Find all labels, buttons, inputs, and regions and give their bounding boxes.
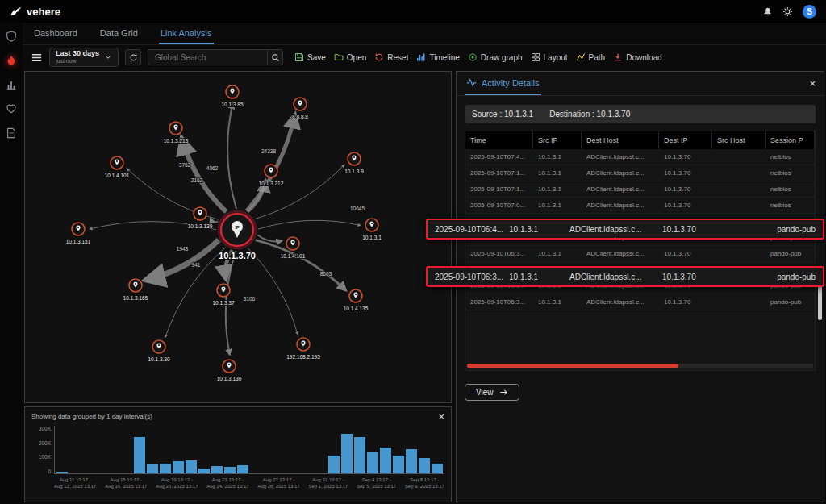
save-icon xyxy=(294,52,304,62)
node-label: 10.1.3.1 xyxy=(362,235,382,240)
cell-session: netbios xyxy=(766,149,815,165)
arrow-right-icon xyxy=(499,388,508,397)
save-button[interactable]: Save xyxy=(294,52,326,62)
tab-data-grid[interactable]: Data Grid xyxy=(98,23,140,44)
column-header[interactable]: Session P xyxy=(766,131,815,149)
path-button[interactable]: Path xyxy=(576,52,606,62)
node-label: 10.1.4.101 xyxy=(281,253,306,259)
x-tick-label: Aug 27 13:17 -Aug 28, 2025 13:17 xyxy=(257,477,299,489)
activity-close-icon[interactable]: × xyxy=(809,78,816,89)
search-button[interactable] xyxy=(267,49,283,65)
table-row[interactable]: 2025-09-10T07:1...10.1.3.1ADClient.ldaps… xyxy=(465,181,815,198)
timeline-bar xyxy=(186,460,197,473)
graph-node[interactable]: 192.168.2.195 xyxy=(286,338,320,360)
column-header[interactable]: Time xyxy=(465,131,533,149)
timeline-button[interactable]: Timeline xyxy=(416,52,459,62)
toolbar: Last 30 days just now SaveOpenResetTimel… xyxy=(23,45,826,69)
settings-gear-icon[interactable] xyxy=(782,6,793,17)
column-header[interactable]: Dest IP xyxy=(659,131,712,149)
graph-center-node[interactable]: IP10.1.3.70 xyxy=(219,211,256,260)
tab-link-analysis[interactable]: Link Analysis xyxy=(159,23,214,44)
brand-logo[interactable]: vehere xyxy=(10,6,60,18)
timeline-bar xyxy=(160,464,171,473)
edge-label: 2162 xyxy=(191,177,203,183)
timeline-close-icon[interactable]: × xyxy=(438,411,444,422)
activity-details-tab[interactable]: Activity Details xyxy=(465,72,541,95)
graph-node[interactable]: 10.1.4.135 xyxy=(344,289,369,311)
table-row[interactable]: 2025-09-10T07:1...10.1.3.1ADClient.ldaps… xyxy=(465,165,815,181)
graph-node[interactable]: 8.8.8.8 xyxy=(292,98,308,119)
graph-node[interactable]: 10.1.3.165 xyxy=(123,279,148,301)
graph-node[interactable]: 10.1.3.30 xyxy=(148,340,169,362)
edge-label: 941 xyxy=(192,262,201,268)
node-label: 192.168.2.195 xyxy=(286,354,320,360)
document-icon[interactable] xyxy=(6,127,17,139)
horizontal-scrollbar-thumb[interactable] xyxy=(467,364,678,368)
node-label: 10.1.3.130 xyxy=(217,376,242,381)
download-icon xyxy=(613,52,623,62)
node-label: 8.8.8.8 xyxy=(292,114,308,119)
x-axis-labels: Aug 11 13:17 -Aug 12, 2025 13:17Aug 15 1… xyxy=(54,477,444,489)
cell-dest-host: ADClient.ldapssl.c... xyxy=(582,165,659,181)
search-input[interactable] xyxy=(148,49,267,65)
open-button[interactable]: Open xyxy=(334,52,366,62)
folder-icon xyxy=(334,52,344,62)
cell-dest-host: ADClient.ldapssl.c... xyxy=(582,149,659,165)
graph-node[interactable]: 10.1.3.212 xyxy=(259,165,284,186)
graph-node[interactable]: 10.1.3.85 xyxy=(221,85,243,107)
network-graph[interactable]: 243383762406221621943941106458603310610.… xyxy=(25,72,451,402)
refresh-button[interactable] xyxy=(125,49,141,65)
tab-dashboard[interactable]: Dashboard xyxy=(32,23,79,44)
cell-src-ip: 10.1.3.1 xyxy=(533,181,582,197)
user-avatar[interactable]: S xyxy=(803,5,816,19)
cell-dest-host: ADClient.ldapssl.c... xyxy=(582,294,659,310)
edge-label: 10645 xyxy=(350,206,365,211)
timeline-bar xyxy=(198,469,210,473)
graph-edge xyxy=(248,248,298,335)
graph-node[interactable]: 10.1.3.9 xyxy=(344,152,364,174)
table-row[interactable]: 2025-09-10T06:3...10.1.3.1ADClient.ldaps… xyxy=(465,294,815,310)
node-label: 10.1.3.151 xyxy=(66,239,91,244)
node-label: 10.1.3.139 xyxy=(188,223,213,229)
column-header[interactable]: Src IP xyxy=(533,131,582,149)
edge-label: 4062 xyxy=(206,165,219,171)
cell-session: netbios xyxy=(766,181,815,197)
table-row[interactable]: 2025-09-10T06:3...10.1.3.1ADClient.ldaps… xyxy=(465,246,815,262)
time-range-dropdown[interactable]: Last 30 days just now xyxy=(49,48,119,67)
layout-button[interactable]: Layout xyxy=(531,52,568,62)
source-destination-bar: Source : 10.1.3.1 Destination : 10.1.3.7… xyxy=(465,105,816,123)
shield-icon[interactable] xyxy=(6,31,17,42)
download-button[interactable]: Download xyxy=(613,52,661,62)
column-header[interactable]: Dest Host xyxy=(582,131,659,149)
timeline-bar xyxy=(419,458,430,473)
graph-node[interactable]: 10.1.4.101 xyxy=(105,156,130,178)
cell-dest-ip: 10.1.3.70 xyxy=(662,225,735,234)
table-row[interactable]: 2025-09-10T07:0...10.1.3.1ADClient.ldaps… xyxy=(465,198,815,214)
timeline-bar xyxy=(393,456,404,473)
cell-time: 2025-09-10T06:3... xyxy=(435,273,509,281)
graph-node[interactable]: 10.1.3.37 xyxy=(212,284,234,306)
view-button[interactable]: View xyxy=(465,384,519,401)
reset-button[interactable]: Reset xyxy=(374,52,408,62)
graph-node[interactable]: 10.1.4.101 xyxy=(281,237,306,259)
menu-icon[interactable] xyxy=(31,52,43,64)
horizontal-scrollbar[interactable] xyxy=(467,364,813,368)
vertical-scrollbar-thumb[interactable] xyxy=(818,283,822,320)
draw-graph-button[interactable]: Draw graph xyxy=(468,52,523,62)
graph-node[interactable]: 10.1.3.1 xyxy=(362,219,382,240)
graph-node[interactable]: 10.1.3.151 xyxy=(66,223,91,244)
notifications-bell-icon[interactable] xyxy=(762,6,773,17)
flame-icon[interactable] xyxy=(6,55,17,66)
graph-node[interactable]: 10.1.3.213 xyxy=(164,122,189,144)
cell-dest-ip: 10.1.3.70 xyxy=(659,246,712,261)
heart-icon[interactable] xyxy=(6,103,17,115)
reset-icon xyxy=(374,52,384,62)
graph-edge xyxy=(258,220,361,229)
highlighted-row[interactable]: 2025-09-10T06:4...10.1.3.1ADClient.ldaps… xyxy=(426,219,824,240)
cell-time: 2025-09-10T07:1... xyxy=(465,181,533,197)
bar-chart-icon[interactable] xyxy=(6,79,17,90)
highlighted-row[interactable]: 2025-09-10T06:3...10.1.3.1ADClient.ldaps… xyxy=(426,266,824,287)
table-row[interactable]: 2025-09-10T07:4...10.1.3.1ADClient.ldaps… xyxy=(465,149,815,165)
graph-node[interactable]: 10.1.3.130 xyxy=(217,360,242,381)
column-header[interactable]: Src Host xyxy=(712,131,766,149)
